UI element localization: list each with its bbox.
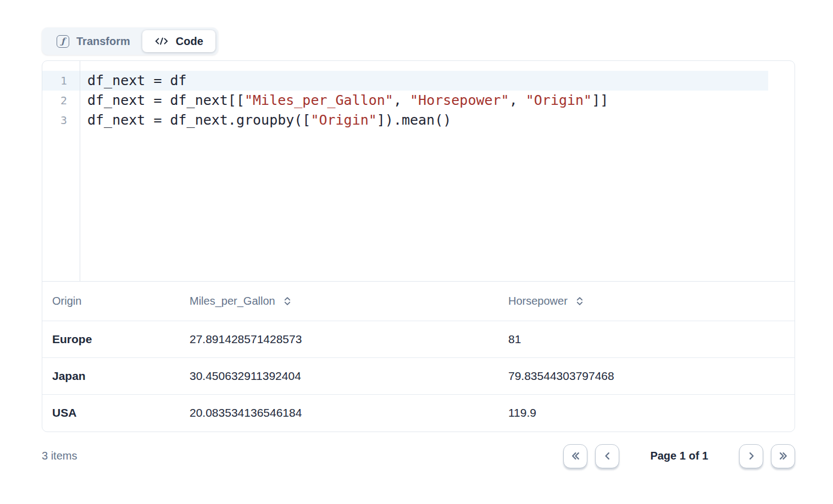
cell-miles-per-gallon: 20.083534136546184 [180,395,498,432]
pagination: Page 1 of 1 [563,444,795,468]
next-page-button[interactable] [739,444,763,468]
table-footer: 3 items Page 1 of 1 [42,432,795,468]
result-table: Origin Miles_per_Gallon Horsepower [42,281,795,432]
line-number: 2 [42,91,80,110]
cell-origin: USA [42,395,180,432]
code-icon [154,36,169,46]
page: ƒ Transform Code 1 df_next = df 2 df_nex… [0,0,833,504]
code-line[interactable]: 2 df_next = df_next[["Miles_per_Gallon",… [42,91,768,110]
code-editor[interactable]: 1 df_next = df 2 df_next = df_next[["Mil… [42,61,795,281]
line-number: 3 [42,110,80,130]
sort-icon[interactable] [576,296,584,306]
column-header-miles-per-gallon[interactable]: Miles_per_Gallon [180,282,498,321]
code-line-text: df_next = df_next.groupby(["Origin"]).me… [80,110,451,130]
cell-miles-per-gallon: 27.891428571428573 [180,321,498,358]
items-count: 3 items [42,450,77,462]
chevrons-right-icon [778,451,788,461]
cell-horsepower: 81 [498,321,795,358]
line-number: 1 [42,71,80,91]
tab-code[interactable]: Code [142,30,215,52]
sort-icon[interactable] [284,296,291,306]
cell-origin: Japan [42,358,180,395]
transform-card: 1 df_next = df 2 df_next = df_next[["Mil… [42,60,795,432]
last-page-button[interactable] [771,444,795,468]
cell-origin: Europe [42,321,180,358]
gutter-divider [80,61,80,281]
chevron-right-icon [746,451,757,461]
function-icon: ƒ [57,35,69,48]
table-header-row: Origin Miles_per_Gallon Horsepower [42,282,795,321]
tab-transform[interactable]: ƒ Transform [45,30,142,52]
table-row: Europe 27.891428571428573 81 [42,321,795,358]
page-indicator: Page 1 of 1 [650,450,708,462]
first-page-button[interactable] [563,444,587,468]
table-row: USA 20.083534136546184 119.9 [42,395,795,432]
tab-transform-label: Transform [76,35,130,48]
column-header-origin: Origin [42,282,180,321]
tab-code-label: Code [176,35,203,48]
code-line-text: df_next = df_next[["Miles_per_Gallon", "… [80,91,608,110]
cell-miles-per-gallon: 30.450632911392404 [180,358,498,395]
code-line[interactable]: 1 df_next = df [42,71,768,91]
cell-horsepower: 119.9 [498,395,795,432]
chevron-left-icon [602,451,613,461]
chevrons-left-icon [570,451,581,461]
table-row: Japan 30.450632911392404 79.835443037974… [42,358,795,395]
prev-page-button[interactable] [595,444,619,468]
column-header-horsepower[interactable]: Horsepower [498,282,795,321]
code-line-text: df_next = df [80,71,187,91]
cell-horsepower: 79.83544303797468 [498,358,795,395]
view-toggle: ƒ Transform Code [42,27,218,55]
code-line[interactable]: 3 df_next = df_next.groupby(["Origin"]).… [42,110,768,130]
